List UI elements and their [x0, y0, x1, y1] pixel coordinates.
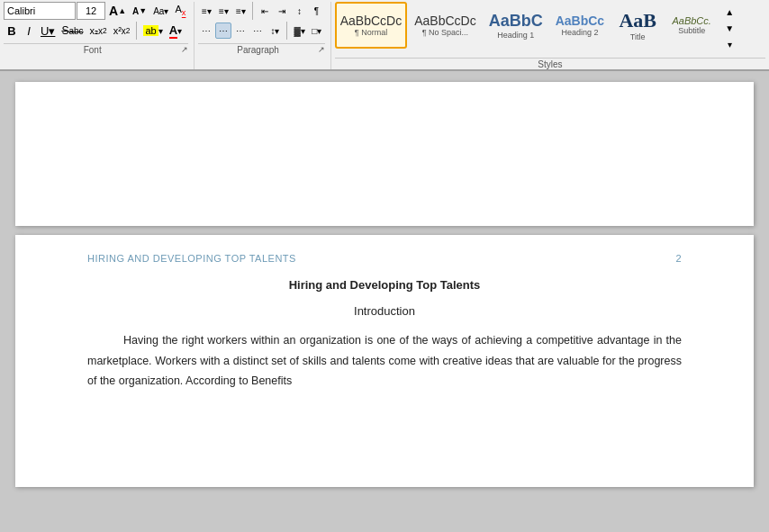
styles-scroll-down-button[interactable]: ▼ — [721, 20, 737, 36]
font-name-row: A ▲ A ▼ Aa▾ Ax — [4, 2, 188, 20]
style-heading2-label: Heading 2 — [561, 28, 598, 37]
numbering-button[interactable]: ≡▾ — [215, 3, 231, 19]
sort-icon: ↕ — [297, 6, 302, 16]
page-header: Hiring and Developing Top Talents 2 — [87, 253, 682, 264]
bullets-icon: ≡▾ — [202, 6, 212, 16]
font-group-label: Font ↗ — [4, 43, 188, 55]
sort-button[interactable]: ↕ — [291, 3, 307, 19]
style-heading1-preview: AaBbC — [489, 12, 543, 31]
styles-group-label: Styles — [335, 58, 765, 69]
font-shrink-button[interactable]: A ▼ — [130, 3, 149, 19]
page-2: Hiring and Developing Top Talents 2 Hiri… — [15, 235, 754, 487]
style-normal-preview: AaBbCcDc — [340, 14, 402, 28]
font-group: A ▲ A ▼ Aa▾ Ax B I U▾ abc x2 — [4, 2, 195, 69]
change-case-button[interactable]: Aa▾ — [150, 3, 171, 19]
decrease-indent-button[interactable]: ⇤ — [257, 3, 273, 19]
font-name-input[interactable] — [4, 2, 76, 20]
align-center-icon: ⋯ — [219, 26, 228, 36]
subscript-button[interactable]: x2 — [87, 23, 110, 39]
grow-a-icon: A — [109, 4, 118, 18]
align-right-icon: ⋯ — [236, 26, 245, 36]
font-format-row: B I U▾ abc x2 x2 ab▾ A▾ — [4, 22, 188, 40]
line-spacing-icon: ↕▾ — [270, 26, 279, 36]
border-button[interactable]: □▾ — [309, 23, 325, 39]
styles-scroll-controls: ▲ ▼ ▾ — [719, 2, 739, 54]
superscript-button[interactable]: x2 — [111, 23, 133, 39]
style-nospacing-preview: AaBbCcDc — [414, 14, 475, 28]
para-sep2 — [286, 22, 287, 40]
style-heading1-label: Heading 1 — [497, 31, 534, 40]
document-body: Having the right workers within an organ… — [87, 330, 682, 392]
style-nospacing-label: ¶ No Spaci... — [422, 28, 468, 37]
font-separator — [136, 22, 137, 40]
bullets-button[interactable]: ≡▾ — [198, 3, 214, 19]
style-heading1-button[interactable]: AaBbC Heading 1 — [484, 2, 548, 49]
styles-buttons-row: AaBbCcDc ¶ Normal AaBbCcDc ¶ No Spaci...… — [335, 2, 765, 54]
body-paragraph-1: Having the right workers within an organ… — [87, 330, 682, 392]
page-header-title: Hiring and Developing Top Talents — [87, 253, 296, 264]
multilevel-icon: ≡▾ — [236, 6, 246, 16]
style-normal-button[interactable]: AaBbCcDc ¶ Normal — [335, 2, 407, 49]
shrink-arrow-icon: ▼ — [139, 6, 147, 15]
style-subtitle-label: Subtitle — [678, 26, 705, 35]
font-expand-icon[interactable]: ↗ — [181, 45, 188, 54]
style-title-label: Title — [630, 32, 646, 41]
ribbon-main: A ▲ A ▼ Aa▾ Ax B I U▾ abc x2 — [0, 0, 769, 69]
document-title: Hiring and Developing Top Talents — [87, 278, 682, 292]
line-spacing-button[interactable]: ↕▾ — [267, 23, 283, 39]
numbering-icon: ≡▾ — [219, 6, 229, 16]
clear-format-icon: Ax — [175, 4, 185, 17]
para-row1: ≡▾ ≡▾ ≡▾ ⇤ ⇥ ↕ ¶ — [198, 2, 324, 20]
increase-indent-button[interactable]: ⇥ — [274, 3, 290, 19]
style-subtitle-button[interactable]: AaBbCc. Subtitle — [665, 2, 718, 49]
underline-button[interactable]: U▾ — [38, 23, 58, 39]
highlight-button[interactable]: ab▾ — [140, 23, 165, 39]
italic-button[interactable]: I — [21, 23, 37, 39]
align-left-button[interactable]: ⋯ — [198, 23, 214, 39]
style-title-preview: AaB — [619, 9, 656, 32]
change-case-icon: Aa▾ — [153, 6, 168, 16]
styles-scroll-up-button[interactable]: ▲ — [721, 4, 737, 20]
increase-indent-icon: ⇥ — [278, 6, 285, 16]
font-size-input[interactable] — [77, 2, 105, 20]
pilcrow-icon: ¶ — [314, 6, 319, 16]
align-left-icon: ⋯ — [202, 26, 211, 36]
show-hide-button[interactable]: ¶ — [308, 3, 324, 19]
styles-group: AaBbCcDc ¶ Normal AaBbCcDc ¶ No Spaci...… — [335, 2, 765, 69]
clear-formatting-button[interactable]: Ax — [172, 3, 188, 19]
font-color-button[interactable]: A▾ — [167, 23, 185, 39]
ribbon: A ▲ A ▼ Aa▾ Ax B I U▾ abc x2 — [0, 0, 769, 71]
grow-arrow-icon: ▲ — [118, 6, 126, 15]
style-normal-label: ¶ Normal — [355, 28, 387, 37]
font-grow-button[interactable]: A ▲ — [106, 3, 129, 19]
styles-more-button[interactable]: ▾ — [721, 36, 737, 52]
para-sep1 — [252, 2, 253, 20]
font-color-icon: A — [169, 23, 177, 39]
document-area: Hiring and Developing Top Talents 2 Hiri… — [0, 71, 769, 521]
shrink-a-icon: A — [132, 6, 139, 16]
align-right-button[interactable]: ⋯ — [232, 23, 249, 39]
decrease-indent-icon: ⇤ — [261, 6, 268, 16]
paragraph-group: ≡▾ ≡▾ ≡▾ ⇤ ⇥ ↕ ¶ — [198, 2, 330, 69]
highlight-icon: ab — [143, 25, 158, 36]
style-nospacing-button[interactable]: AaBbCcDc ¶ No Spaci... — [409, 2, 481, 49]
paragraph-group-label: Paragraph ↗ — [198, 43, 324, 55]
style-heading2-preview: AaBbCc — [556, 14, 604, 28]
para-row2: ⋯ ⋯ ⋯ ⋯ ↕▾ ▓▾ □▾ — [198, 22, 324, 40]
style-heading2-button[interactable]: AaBbCc Heading 2 — [550, 2, 610, 49]
para-expand-icon[interactable]: ↗ — [318, 45, 325, 54]
bold-button[interactable]: B — [4, 23, 20, 39]
multilevel-button[interactable]: ≡▾ — [232, 3, 249, 19]
justify-button[interactable]: ⋯ — [249, 23, 266, 39]
justify-icon: ⋯ — [253, 26, 262, 36]
align-center-button[interactable]: ⋯ — [215, 23, 231, 39]
style-title-button[interactable]: AaB Title — [611, 2, 664, 49]
page-number: 2 — [675, 253, 682, 264]
shading-icon: ▓▾ — [294, 26, 304, 36]
style-subtitle-preview: AaBbCc. — [672, 15, 710, 26]
strikethrough-button[interactable]: abc — [59, 23, 86, 39]
page-1 — [15, 82, 754, 226]
document-subtitle: Introduction — [87, 304, 682, 318]
shading-button[interactable]: ▓▾ — [291, 23, 307, 39]
border-icon: □▾ — [312, 26, 321, 36]
